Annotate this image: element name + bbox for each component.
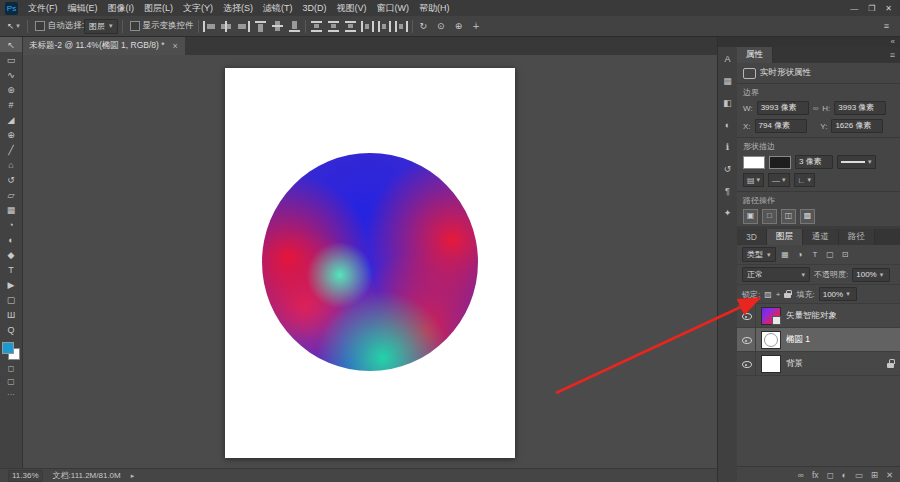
layer-style-icon[interactable]: fx <box>812 470 819 480</box>
tool-clone-stamp[interactable]: ⌂ <box>0 157 22 172</box>
visibility-cell[interactable] <box>737 352 756 375</box>
orbit-3d-icon[interactable]: ⊙ <box>434 21 448 31</box>
layer-filter-select[interactable]: 类型 ▾ <box>742 247 776 262</box>
brush-settings-panel-icon[interactable]: ✦ <box>720 206 735 219</box>
exclude-overlapping-icon[interactable]: ▩ <box>800 209 815 224</box>
combine-shapes-icon[interactable]: ▣ <box>743 209 758 224</box>
document-tab[interactable]: 未标题-2 @ 11.4%(椭圆 1, RGB/8) * × <box>22 37 185 55</box>
slide-3d-icon[interactable]: ∔ <box>469 21 483 31</box>
distribute-right-icon[interactable] <box>395 21 408 32</box>
pan-3d-icon[interactable]: ⊕ <box>452 21 466 31</box>
tool-blur[interactable]: ◔ <box>0 217 22 232</box>
panel-menu-icon[interactable]: ≡ <box>890 50 895 60</box>
filter-pixel-icon[interactable]: ▦ <box>780 250 791 259</box>
adjustment-layer-icon[interactable]: ◐ <box>842 470 847 480</box>
menu-item-3D(D)[interactable]: 3D(D) <box>298 0 332 16</box>
filter-shape-icon[interactable]: ▢ <box>825 250 836 259</box>
width-field[interactable]: 3993 像素 <box>757 101 809 115</box>
stroke-cap-select[interactable]: —▾ <box>768 173 790 187</box>
workspace-menu-icon[interactable]: ≡ <box>881 21 892 31</box>
align-center-horizontal-icon[interactable] <box>220 21 233 32</box>
stroke-align-select[interactable]: ▤▾ <box>743 173 764 187</box>
tool-eraser[interactable]: ▱ <box>0 187 22 202</box>
menu-item-滤镜(T)[interactable]: 滤镜(T) <box>258 0 298 16</box>
show-transform-checkbox[interactable] <box>130 21 140 31</box>
menu-item-选择(S)[interactable]: 选择(S) <box>218 0 258 16</box>
delete-layer-icon[interactable]: ✕ <box>886 470 893 480</box>
distribute-left-icon[interactable] <box>361 21 374 32</box>
tool-marquee[interactable]: ▭ <box>0 52 22 67</box>
tab-paths[interactable]: 路径 <box>839 229 875 245</box>
height-field[interactable]: 3993 像素 <box>834 101 886 115</box>
align-center-vertical-icon[interactable] <box>271 21 284 32</box>
blend-mode-select[interactable]: 正常 ▾ <box>742 267 810 282</box>
gradient-circle-artwork[interactable] <box>262 153 478 371</box>
align-right-icon[interactable] <box>237 21 250 32</box>
layer-row-矢量智能对象[interactable]: 矢量智能对象 <box>737 304 900 328</box>
close-button[interactable]: ✕ <box>885 4 892 13</box>
filter-type-icon[interactable]: T <box>810 250 821 259</box>
tool-dodge[interactable]: ◐ <box>0 232 22 247</box>
stroke-corner-select[interactable]: ∟▾ <box>794 173 815 187</box>
status-menu-arrow-icon[interactable]: ▸ <box>131 472 135 480</box>
x-field[interactable]: 794 像素 <box>755 119 807 133</box>
filter-adjustment-icon[interactable]: ◑ <box>795 250 806 259</box>
tool-path-select[interactable]: ▶ <box>0 277 22 292</box>
link-layers-icon[interactable]: ∞ <box>798 470 804 480</box>
subtract-front-shape-icon[interactable]: □ <box>762 209 777 224</box>
menu-item-图像(I)[interactable]: 图像(I) <box>103 0 140 16</box>
auto-select-checkbox[interactable] <box>35 21 45 31</box>
current-tool-preset[interactable]: ↖ ▾ <box>4 21 23 31</box>
visibility-cell[interactable] <box>737 304 756 327</box>
layer-mask-icon[interactable]: ◻ <box>827 470 834 480</box>
distribute-bottom-icon[interactable] <box>344 21 357 32</box>
tab-channels[interactable]: 通道 <box>803 229 839 245</box>
tool-healing-brush[interactable]: ⊕ <box>0 127 22 142</box>
distribute-center-vertical-icon[interactable] <box>327 21 340 32</box>
history-panel-icon[interactable]: ↺ <box>720 162 735 175</box>
paragraph-panel-icon[interactable]: ¶ <box>720 184 735 197</box>
tool-brush[interactable]: ╱ <box>0 142 22 157</box>
stroke-type-select[interactable]: ▾ <box>837 155 876 169</box>
adjustments-panel-icon[interactable]: ◐ <box>720 118 735 131</box>
rotate-view-icon[interactable]: ↻ <box>417 21 431 31</box>
fill-field[interactable]: 100% ▾ <box>819 287 857 301</box>
align-top-icon[interactable] <box>254 21 267 32</box>
new-layer-icon[interactable]: ⊞ <box>871 470 878 480</box>
stroke-width-field[interactable]: 3 像素 <box>795 155 833 169</box>
menu-item-编辑(E)[interactable]: 编辑(E) <box>63 0 103 16</box>
lock-transparency-icon[interactable]: ▨ <box>764 290 772 299</box>
tool-lasso[interactable]: ∿ <box>0 67 22 82</box>
tool-quick-select[interactable]: ⊛ <box>0 82 22 97</box>
tool-zoom[interactable]: Q <box>0 322 22 337</box>
zoom-level-field[interactable]: 11.36% <box>8 470 43 482</box>
y-field[interactable]: 1626 像素 <box>831 119 883 133</box>
opacity-field[interactable]: 100% ▾ <box>852 268 890 282</box>
tool-history-brush[interactable]: ↺ <box>0 172 22 187</box>
collapse-panels-icon[interactable]: « <box>891 37 895 46</box>
character-panel-icon[interactable]: A <box>720 52 735 65</box>
auto-select-target-select[interactable]: 图层 ▾ <box>84 19 118 34</box>
menu-item-文件(F)[interactable]: 文件(F) <box>23 0 63 16</box>
distribute-top-icon[interactable] <box>310 21 323 32</box>
new-group-icon[interactable]: ▭ <box>855 470 863 480</box>
menu-item-文字(Y)[interactable]: 文字(Y) <box>178 0 218 16</box>
foreground-color-swatch[interactable] <box>2 342 14 354</box>
info-panel-icon[interactable]: ℹ <box>720 140 735 153</box>
layer-row-椭圆 1[interactable]: 椭圆 1 <box>737 328 900 352</box>
filter-smart-object-icon[interactable]: ⊡ <box>840 250 851 259</box>
tool-shape[interactable]: ▢ <box>0 292 22 307</box>
tab-3d[interactable]: 3D <box>737 229 767 245</box>
tool-edit-toolbar[interactable]: ··· <box>0 388 22 401</box>
tool-eyedropper[interactable]: ◢ <box>0 112 22 127</box>
tool-gradient[interactable]: ▦ <box>0 202 22 217</box>
layer-thumbnail[interactable] <box>761 307 781 325</box>
canvas-viewport[interactable] <box>22 55 718 469</box>
swatches-panel-icon[interactable]: ▦ <box>720 74 735 87</box>
tool-pen[interactable]: ◆ <box>0 247 22 262</box>
align-bottom-icon[interactable] <box>288 21 301 32</box>
tab-close-icon[interactable]: × <box>173 41 178 51</box>
tool-move[interactable]: ↖ <box>0 37 22 52</box>
tool-screen-mode[interactable]: ▢ <box>0 375 22 388</box>
lock-all-icon[interactable] <box>784 290 792 299</box>
